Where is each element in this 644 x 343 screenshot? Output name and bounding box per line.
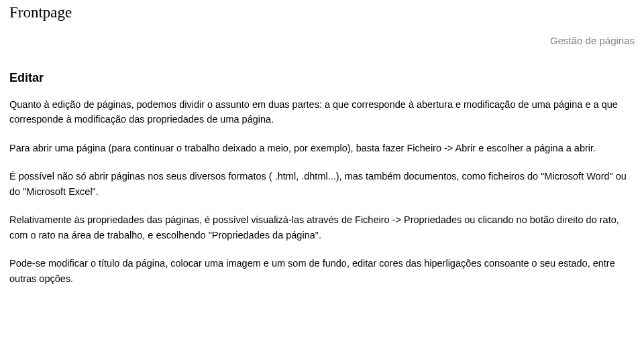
document-page: Frontpage Gestão de páginas Editar Quant… bbox=[0, 0, 644, 286]
body-paragraph: É possível não só abrir páginas nos seus… bbox=[9, 169, 635, 199]
section-heading: Editar bbox=[9, 71, 635, 85]
body-paragraph: Pode-se modificar o título da página, co… bbox=[9, 256, 635, 286]
body-paragraph: Quanto à edição de páginas, podemos divi… bbox=[9, 97, 635, 127]
body-paragraph: Para abrir uma página (para continuar o … bbox=[9, 141, 635, 155]
header-label: Gestão de páginas bbox=[550, 35, 635, 46]
page-title: Frontpage bbox=[9, 4, 635, 21]
body-paragraph: Relativamente às propriedades das página… bbox=[9, 212, 635, 243]
